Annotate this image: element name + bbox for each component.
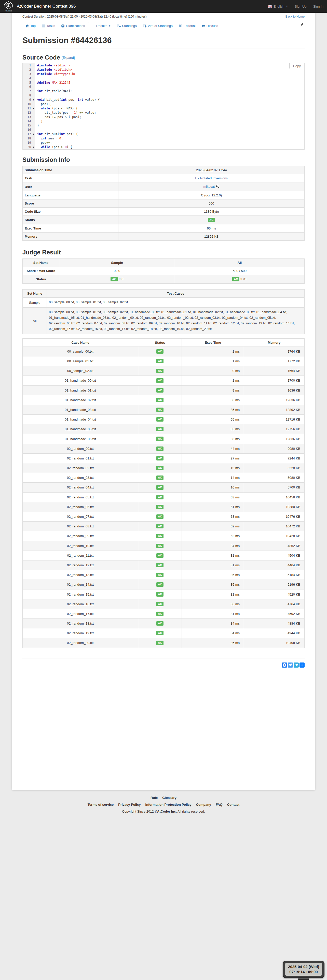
table-row: Exec Time66 ms <box>23 224 305 232</box>
code-line: 1#include <stdio.h> <box>23 64 304 68</box>
fold-gutter <box>32 76 35 81</box>
fold-toggle-icon[interactable]: ▼ <box>32 98 35 102</box>
atcoder-logo[interactable]: AtCoder <box>3 0 14 12</box>
task-link[interactable]: F - Rotated Inversions <box>195 176 228 180</box>
case-status: AC <box>138 580 182 589</box>
clarifications-icon: ? <box>61 24 65 28</box>
status-badge: AC <box>156 349 164 354</box>
editorial-icon <box>179 24 182 28</box>
footer-link-company[interactable]: Company <box>196 803 211 807</box>
code-text: #include <stdlib.h> <box>35 68 72 72</box>
case-name: 02_random_15.txt <box>23 589 138 599</box>
case-exec-time: 31 ms <box>182 609 244 619</box>
table-row: 02_random_07.txtAC63 ms10476 KB <box>23 512 305 521</box>
case-exec-time: 36 ms <box>182 395 244 405</box>
line-number: 1 <box>23 64 32 68</box>
code-text <box>35 93 37 98</box>
score-sample: 0 / 0 <box>59 267 175 275</box>
status-badge: AC <box>156 563 164 567</box>
line-number: 4 <box>23 76 32 81</box>
case-exec-time: 31 ms <box>182 589 244 599</box>
table-row: 01_handmade_04.txtAC65 ms12716 KB <box>23 415 305 424</box>
footer-link-contact[interactable]: Contact <box>227 803 239 807</box>
case-memory: 1700 KB <box>244 376 304 385</box>
table-row: StatusAC × 3AC × 31 <box>23 275 305 284</box>
code-line: 11▼ while (pos <= MAX) { <box>23 107 304 111</box>
line-number: 6 <box>23 85 32 89</box>
tab-discuss[interactable]: Discuss <box>199 22 221 30</box>
expand-link[interactable]: [Expand] <box>62 56 75 59</box>
facebook-share-icon[interactable]: f <box>282 662 287 668</box>
test-cases-table: Set NameTest Cases Sample00_sample_00.tx… <box>22 289 305 334</box>
tab-standings[interactable]: Standings <box>114 22 140 30</box>
case-memory: 4464 KB <box>244 560 304 570</box>
sign-up-link[interactable]: Sign Up <box>295 5 306 8</box>
language-dropdown[interactable]: English ▼ <box>268 5 288 8</box>
table-row: Sample00_sample_00.txt, 00_sample_01.txt… <box>23 298 305 308</box>
navbar: AtCoder AtCoder Beginner Contest 396 Eng… <box>0 0 327 13</box>
more-share-icon[interactable] <box>300 662 305 668</box>
score-all: 500 / 500 <box>175 267 304 275</box>
status-badge: AC <box>156 573 164 577</box>
footer-link-information-protection-policy[interactable]: Information Protection Policy <box>145 803 191 807</box>
table-row: 01_handmade_01.txtAC9 ms1636 KB <box>23 385 305 395</box>
case-status: AC <box>138 415 182 424</box>
code-line: 19 pos++; <box>23 141 304 145</box>
code-line: 2#include <stdlib.h> <box>23 68 304 72</box>
column-header: Case Name <box>23 338 138 347</box>
copy-code-button[interactable]: Copy <box>289 63 305 69</box>
case-memory: 4852 KB <box>244 541 304 550</box>
table-row: 02_random_05.txtAC63 ms10456 KB <box>23 492 305 502</box>
case-exec-time: 31 ms <box>182 560 244 570</box>
footer-link-terms-of-service[interactable]: Terms of service <box>88 803 113 807</box>
status-badge: AC <box>156 621 164 625</box>
table-row: 02_random_00.txtAC44 ms9080 KB <box>23 444 305 453</box>
tab-editorial[interactable]: Editorial <box>176 22 199 30</box>
footer-link-privacy-policy[interactable]: Privacy Policy <box>118 803 140 807</box>
table-row: Usermikecat <box>23 182 305 191</box>
tab-results[interactable]: Results▼ <box>88 22 114 30</box>
case-memory: 5228 KB <box>244 463 304 473</box>
tab-top[interactable]: Top <box>22 22 39 30</box>
sign-in-link[interactable]: Sign In <box>313 5 324 8</box>
twitter-share-icon[interactable] <box>288 662 293 668</box>
code-text <box>35 128 37 132</box>
case-name: 02_random_04.txt <box>23 483 138 492</box>
set-name: All <box>23 308 47 334</box>
tab-virtual-standings[interactable]: Virtual Standings <box>140 22 176 30</box>
tab-clarifications[interactable]: ?Clarifications <box>58 22 88 30</box>
case-name: 01_handmade_05.txt <box>23 424 138 434</box>
table-row: TaskF - Rotated Inversions <box>23 174 305 182</box>
case-exec-time: 34 ms <box>182 619 244 628</box>
tab-label: Standings <box>122 24 137 28</box>
fold-toggle-icon[interactable]: ▼ <box>32 107 35 111</box>
user-link[interactable]: mikecat <box>203 185 215 189</box>
contest-title[interactable]: AtCoder Beginner Contest 396 <box>17 4 76 9</box>
status-badge: AC <box>156 582 164 587</box>
case-exec-time: 31 ms <box>182 550 244 560</box>
tab-tasks[interactable]: Tasks <box>39 22 58 30</box>
code-line: 7int bit_table[MAX]; <box>23 89 304 93</box>
case-status: AC <box>138 444 182 453</box>
tasks-icon <box>42 24 45 28</box>
case-name: 02_random_20.txt <box>23 638 138 648</box>
fold-gutter <box>32 136 35 141</box>
case-exec-time: 36 ms <box>182 599 244 609</box>
code-text: #include <inttypes.h> <box>35 72 76 76</box>
footer-link-glossary[interactable]: Glossary <box>162 796 177 800</box>
pushpin-icon[interactable] <box>300 23 304 27</box>
fold-toggle-icon[interactable]: ▼ <box>32 132 35 136</box>
footer-link-rule[interactable]: Rule <box>150 796 158 800</box>
table-row: 00_sample_02.txtAC0 ms1664 KB <box>23 366 305 376</box>
footer-link-faq[interactable]: FAQ <box>216 803 223 807</box>
code-line: 9▼void bit_add(int pos, int value) { <box>23 98 304 102</box>
telegram-share-icon[interactable] <box>294 662 299 668</box>
fold-toggle-icon[interactable]: ▼ <box>32 145 35 150</box>
info-label: Exec Time <box>23 224 118 232</box>
search-icon[interactable] <box>215 185 220 189</box>
judge-result-table: Set NameSampleAll Score / Max Score0 / 0… <box>22 258 305 284</box>
back-to-home-link[interactable]: Back to Home <box>286 15 305 21</box>
table-row: 02_random_09.txtAC62 ms10428 KB <box>23 531 305 541</box>
info-label: Code Size <box>23 208 118 216</box>
case-status: AC <box>138 492 182 502</box>
